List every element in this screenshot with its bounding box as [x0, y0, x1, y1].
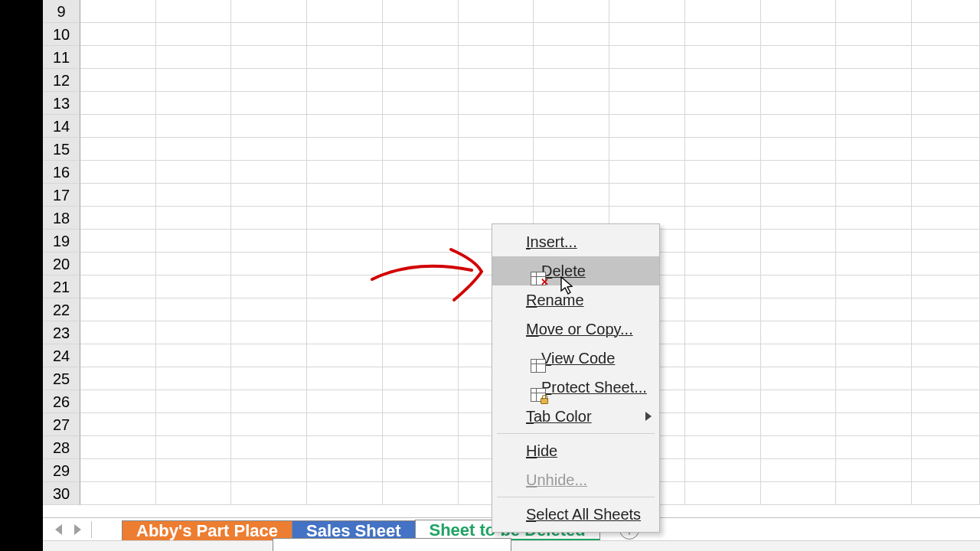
cell[interactable]: [383, 46, 459, 68]
cell[interactable]: [609, 0, 685, 22]
row-header[interactable]: 13: [43, 92, 80, 115]
row-header[interactable]: 30: [43, 482, 80, 505]
cell[interactable]: [609, 92, 685, 114]
cell[interactable]: [761, 161, 837, 183]
cell[interactable]: [80, 321, 156, 344]
cell[interactable]: [383, 482, 459, 504]
context-menu-move-or-copy[interactable]: Move or Copy...: [492, 315, 659, 344]
cell[interactable]: [231, 367, 307, 390]
cell[interactable]: [156, 184, 232, 206]
cell[interactable]: [307, 69, 383, 91]
tab-scroll-left-icon[interactable]: [55, 524, 62, 535]
cell[interactable]: [156, 459, 232, 481]
row-header[interactable]: 15: [43, 138, 80, 161]
row-header[interactable]: 27: [43, 413, 80, 436]
cell[interactable]: [685, 0, 761, 22]
cell[interactable]: [307, 459, 383, 481]
cell[interactable]: [912, 92, 980, 114]
cell[interactable]: [80, 207, 156, 229]
context-menu-hide[interactable]: Hide: [492, 436, 659, 465]
cell[interactable]: [609, 161, 685, 183]
cell[interactable]: [609, 184, 685, 206]
cell[interactable]: [231, 253, 307, 275]
cell[interactable]: [383, 276, 459, 298]
cell[interactable]: [761, 459, 837, 481]
cell[interactable]: [383, 459, 459, 481]
row-header[interactable]: 16: [43, 161, 80, 184]
cell[interactable]: [383, 184, 459, 206]
cell[interactable]: [761, 184, 837, 206]
cell[interactable]: [156, 115, 232, 137]
cell[interactable]: [383, 0, 459, 22]
cell[interactable]: [307, 298, 383, 321]
cell[interactable]: [836, 436, 912, 458]
row-header[interactable]: 19: [43, 230, 80, 253]
cell[interactable]: [761, 321, 837, 344]
cell[interactable]: [231, 321, 307, 344]
cell[interactable]: [231, 482, 307, 504]
cell[interactable]: [609, 138, 685, 160]
cell[interactable]: [685, 46, 761, 68]
cell[interactable]: [761, 23, 837, 45]
cell[interactable]: [685, 321, 761, 344]
cell[interactable]: [761, 367, 837, 390]
cell[interactable]: [761, 207, 837, 229]
cell[interactable]: [80, 253, 156, 275]
cell[interactable]: [836, 253, 912, 275]
cell[interactable]: [912, 321, 980, 344]
cell[interactable]: [307, 276, 383, 298]
cell[interactable]: [459, 115, 534, 137]
cell[interactable]: [912, 390, 980, 412]
cell[interactable]: [761, 0, 837, 22]
cell[interactable]: [383, 138, 459, 160]
cell[interactable]: [307, 367, 383, 390]
cell[interactable]: [534, 184, 609, 206]
cell[interactable]: [156, 413, 232, 435]
cell[interactable]: [836, 230, 912, 252]
cell[interactable]: [156, 298, 232, 321]
cell[interactable]: [459, 46, 534, 68]
cell[interactable]: [383, 390, 459, 412]
cell[interactable]: [534, 0, 609, 22]
cell[interactable]: [685, 344, 761, 367]
cell[interactable]: [761, 92, 837, 114]
cell[interactable]: [307, 321, 383, 344]
cell[interactable]: [459, 0, 534, 22]
cell[interactable]: [912, 207, 980, 229]
cell[interactable]: [80, 436, 156, 458]
cell[interactable]: [836, 161, 912, 183]
cell[interactable]: [685, 207, 761, 229]
row-header[interactable]: 11: [43, 46, 80, 69]
context-menu-view-code[interactable]: View Code: [492, 344, 659, 373]
row-header[interactable]: 17: [43, 184, 80, 207]
cell[interactable]: [836, 276, 912, 298]
cell[interactable]: [685, 482, 761, 504]
cell[interactable]: [912, 276, 980, 298]
cell[interactable]: [80, 115, 156, 137]
cell[interactable]: [761, 413, 837, 435]
cell[interactable]: [383, 298, 459, 321]
cell[interactable]: [156, 253, 232, 275]
cell[interactable]: [912, 138, 980, 160]
cell[interactable]: [761, 138, 837, 160]
cell[interactable]: [685, 253, 761, 275]
cell[interactable]: [609, 23, 685, 45]
cell[interactable]: [761, 390, 837, 412]
context-menu-tab-color[interactable]: Tab Color: [492, 402, 659, 431]
cell[interactable]: [156, 23, 232, 45]
cell[interactable]: [156, 46, 232, 68]
cell[interactable]: [307, 0, 383, 22]
sheet-tab-abbys-part-place[interactable]: Abby's Part Place: [122, 520, 292, 542]
cell[interactable]: [685, 436, 761, 458]
row-header[interactable]: 21: [43, 276, 80, 298]
cell[interactable]: [156, 0, 232, 22]
cell[interactable]: [383, 69, 459, 91]
cell[interactable]: [685, 92, 761, 114]
cell[interactable]: [307, 115, 383, 137]
cell[interactable]: [761, 298, 837, 321]
cell[interactable]: [459, 138, 534, 160]
cell[interactable]: [307, 184, 383, 206]
cell[interactable]: [231, 23, 307, 45]
context-menu-insert[interactable]: Insert...: [492, 227, 659, 256]
cell[interactable]: [534, 92, 609, 114]
